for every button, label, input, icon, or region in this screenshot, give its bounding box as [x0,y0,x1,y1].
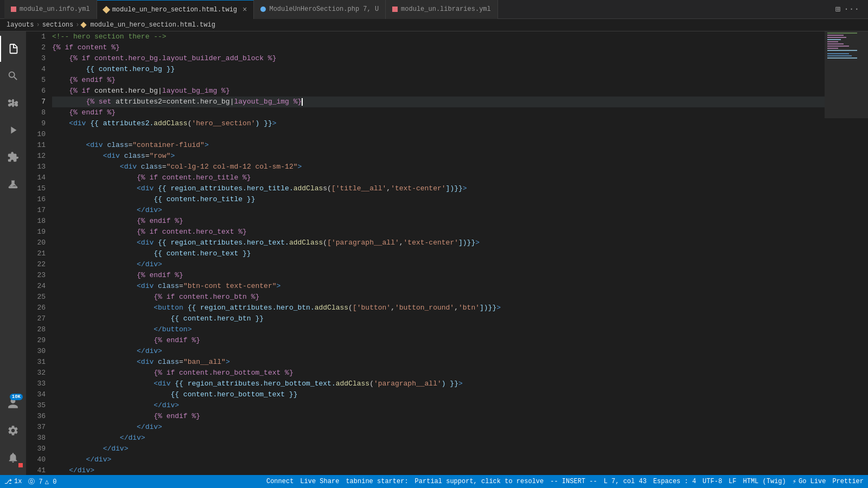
breadcrumb-sections[interactable]: sections [42,21,74,29]
token [52,304,154,312]
line-content-37[interactable]: </div> [52,422,825,433]
token [52,358,137,366]
breadcrumb-layouts[interactable]: layouts [7,21,34,29]
go-live-label: Go Live [799,478,826,485]
line-content-4[interactable]: {{ content.hero_bg }} [52,64,825,75]
activity-item-notifications[interactable] [0,445,26,471]
line-ending-status[interactable]: LF [729,478,736,485]
token: {{ region_attributes.hero_btn. [183,304,315,312]
status-bar-right: Connect Live Share tabnine starter: Part… [266,478,864,486]
code-line-33: 33 <div {{ region_attributes.hero_bottom… [26,378,825,389]
line-content-5[interactable]: {% endif %} [52,75,825,86]
line-number-24: 24 [26,281,52,292]
token: {{ content.hero_title }} [52,195,255,203]
line-content-30[interactable]: </div> [52,346,825,357]
token: | [158,87,162,95]
line-content-1[interactable]: <!-- hero section there --> [52,31,825,42]
go-live-icon: ⚡ [793,478,796,486]
tab-libraries[interactable]: module_un.libraries.yml [386,0,498,19]
activity-item-source-control[interactable] [0,90,26,116]
activity-item-files[interactable] [0,36,26,62]
connect-btn[interactable]: Connect [266,478,293,485]
more-actions-icon[interactable]: ··· [844,4,859,14]
line-content-28[interactable]: </button> [52,324,825,335]
activity-item-accounts[interactable]: 10K [0,390,26,416]
line-number-39: 39 [26,444,52,454]
line-content-18[interactable]: {% endif %} [52,216,825,227]
line-content-40[interactable]: </div> [52,454,825,465]
line-content-31[interactable]: <div class="ban__all"> [52,357,825,368]
line-content-36[interactable]: {% endif %} [52,411,825,422]
tab-hero-section-twig[interactable]: module_un_hero_section.html.twig × [97,0,254,19]
code-line-17: 17 </div> [26,205,825,216]
line-content-13[interactable]: <div class="col-lg-12 col-md-12 col-sm-1… [52,162,825,172]
line-content-38[interactable]: </div> [52,433,825,444]
line-content-27[interactable]: {{ content.hero_btn }} [52,313,825,324]
line-content-41[interactable]: </div> [52,465,825,475]
line-content-39[interactable]: </div> [52,444,825,454]
line-content-20[interactable]: <div {{ region_attributes.hero_text.addC… [52,237,825,248]
line-content-7[interactable]: {% set attributes2=content.hero_bg|layou… [52,97,825,107]
activity-item-settings[interactable] [0,418,26,444]
line-content-34[interactable]: {{ content.hero_bottom_text }} [52,389,825,400]
line-content-9[interactable]: <div {{ attributes2.addClass('hero__sect… [52,118,825,129]
line-content-23[interactable]: {% endif %} [52,270,825,281]
position-label: L 7, col 43 [604,478,647,485]
tab2-close[interactable]: × [242,5,247,14]
code-line-29: 29 {% endif %} [26,335,825,346]
line-content-32[interactable]: {% if content.hero_bottom_text %} [52,368,825,378]
live-share-btn[interactable]: Live Share [300,478,339,485]
line-content-17[interactable]: </div> [52,205,825,216]
line-number-34: 34 [26,389,52,400]
line-content-10[interactable] [52,129,825,140]
activity-item-run[interactable] [0,117,26,143]
language-mode[interactable]: HTML (Twig) [743,478,786,485]
line-content-8[interactable]: {% endif %} [52,107,825,118]
git-branch[interactable]: ⎇ 1x [4,478,22,486]
line-content-14[interactable]: {% if content.hero_title %} [52,172,825,183]
token: endif [82,108,103,117]
token: ])}} [446,184,463,192]
line-content-16[interactable]: {{ content.hero_title }} [52,194,825,205]
line-content-24[interactable]: <div class="btn-cont text-center"> [52,281,825,292]
tab-module-info[interactable]: module_un.info.yml [4,0,97,19]
line-content-29[interactable]: {% endif %} [52,335,825,346]
line-content-15[interactable]: <div {{ region_attributes.hero_title.add… [52,183,825,194]
line-content-12[interactable]: <div class="row"> [52,151,825,162]
token: %} [170,271,183,279]
tab-hero-section-php[interactable]: ModuleUnHeroSection.php 7, U [254,0,386,19]
activity-item-extensions[interactable] [0,144,26,170]
line-content-6[interactable]: {% if content.hero_bg|layout_bg_img %} [52,86,825,97]
line-content-2[interactable]: {% if content %} [52,42,825,53]
language-label: HTML (Twig) [743,478,786,485]
line-content-22[interactable]: </div> [52,259,825,270]
line-number-11: 11 [26,140,52,151]
activity-item-search[interactable] [0,63,26,89]
git-branch-label: 1x [14,478,22,485]
line-content-11[interactable]: <div class="container-fluid"> [52,140,825,151]
token: <div [137,239,154,247]
go-live-btn[interactable]: ⚡ Go Live [793,478,826,486]
line-content-33[interactable]: <div {{ region_attributes.hero_bottom_te… [52,378,825,389]
line-content-35[interactable]: </div> [52,400,825,411]
activity-item-testing[interactable] [0,171,26,197]
token: content.hero_bg.layout_builder_add_block… [90,54,276,62]
prettier-btn[interactable]: Prettier [832,478,864,485]
line-content-25[interactable]: {% if content.hero_btn %} [52,292,825,303]
line-content-19[interactable]: {% if content.hero_text %} [52,227,825,237]
partial-support-btn[interactable]: Partial support, click to resolve [415,478,544,485]
indentation[interactable]: Espaces : 4 [653,478,696,485]
error-count[interactable]: ⓪ 7 △ 0 [28,477,56,486]
main-layout: 10K 1<!-- hero section there -->2{% if c… [0,31,868,475]
token: = [179,282,183,290]
code-line-8: 8 {% endif %} [26,107,825,118]
line-content-3[interactable]: {% if content.hero_bg.layout_builder_add… [52,53,825,64]
cursor-position[interactable]: L 7, col 43 [604,478,647,485]
code-editor[interactable]: 1<!-- hero section there -->2{% if conte… [26,31,825,475]
line-content-21[interactable]: {{ content.hero_text }} [52,248,825,259]
encoding-status[interactable]: UTF-8 [703,478,722,485]
token: {% [52,174,149,182]
tabnine-status[interactable]: tabnine starter: [346,478,408,485]
split-editor-icon[interactable]: ⊞ [835,4,841,15]
line-content-26[interactable]: <button {{ region_attributes.hero_btn.ad… [52,303,825,313]
